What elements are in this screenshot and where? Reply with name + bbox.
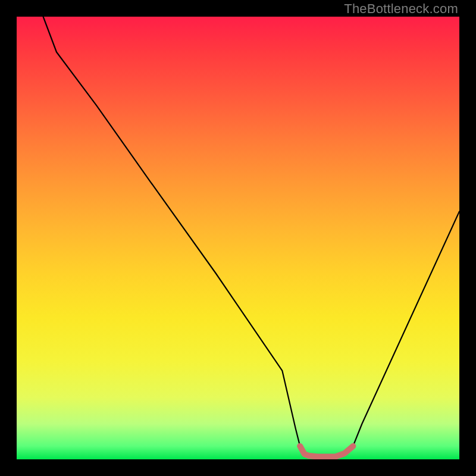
chart-plot-area [17, 17, 459, 459]
highlight-segment [300, 446, 353, 457]
chart-frame: TheBottleneck.com [0, 0, 476, 476]
bottleneck-curve [43, 17, 459, 457]
chart-svg [17, 17, 459, 459]
watermark-text: TheBottleneck.com [344, 1, 458, 17]
